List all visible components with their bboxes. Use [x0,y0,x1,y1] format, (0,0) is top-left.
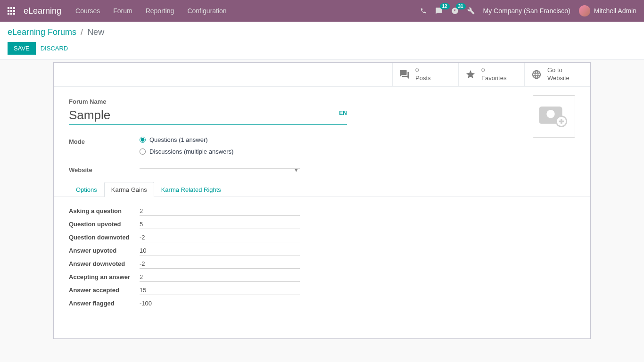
website-select[interactable] [140,165,300,169]
k-input-flagged[interactable] [140,299,300,308]
stat-web-l2: Website [547,74,570,82]
activity-icon[interactable]: 31 [451,7,459,15]
k-label: Answer flagged [69,300,140,307]
phone-icon[interactable] [420,8,427,14]
mode-discussions[interactable]: Discussions (multiple answers) [140,148,233,155]
mode-questions[interactable]: Questions (1 answer) [140,136,233,143]
breadcrumb: eLearning Forums / New [8,27,636,37]
brand[interactable]: eLearning [24,6,61,16]
tab-content-karma-gains: Asking a question Question upvoted Quest… [54,197,590,338]
topbar-right: 12 31 My Company (San Francisco) Mitchel… [420,5,636,16]
comments-icon [399,69,410,80]
content-scroll[interactable]: 0 Posts 0 Favorites Go to We [0,60,644,362]
topbar: eLearning Courses Forum Reporting Config… [0,0,644,22]
menu-forum[interactable]: Forum [113,7,132,15]
k-label: Question downvoted [69,234,140,241]
stat-fav-label: Favorites [481,74,506,82]
k-input-q-downvoted[interactable] [140,233,300,242]
k-input-a-downvoted[interactable] [140,259,300,269]
star-icon [465,69,476,80]
k-label: Answer accepted [69,287,140,294]
tools-icon[interactable] [467,7,475,15]
tab-karma-rights[interactable]: Karma Related Rights [154,182,228,197]
k-label: Asking a question [69,207,140,214]
stat-website[interactable]: Go to Website [524,63,590,86]
forum-name-label: Forum Name [69,98,575,105]
apps-icon[interactable] [8,7,15,15]
breadcrumb-root[interactable]: eLearning Forums [8,27,76,37]
k-label: Accepting an answer [69,273,140,280]
menu-configuration[interactable]: Configuration [187,7,226,15]
statbar: 0 Posts 0 Favorites Go to We [54,63,590,87]
discard-button[interactable]: Discard [41,42,68,54]
mode-label: Mode [69,136,140,145]
chat-badge: 12 [440,3,450,9]
k-input-a-upvoted[interactable] [140,246,300,255]
stat-posts-count: 0 [415,66,431,74]
lang-button[interactable]: EN [339,110,347,116]
k-input-accepting[interactable] [140,272,300,282]
k-input-q-upvoted[interactable] [140,220,300,229]
activity-badge: 31 [456,3,466,9]
form-sheet: 0 Posts 0 Favorites Go to We [53,62,591,339]
company-selector[interactable]: My Company (San Francisco) [483,7,570,15]
breadcrumb-current: New [87,27,104,37]
k-label: Answer downvoted [69,260,140,267]
stat-posts[interactable]: 0 Posts [392,63,458,86]
avatar [579,5,590,16]
menu-courses[interactable]: Courses [75,7,100,15]
stat-posts-label: Posts [415,74,431,82]
k-input-accepted[interactable] [140,286,300,295]
save-button[interactable]: Save [8,42,36,55]
stat-fav-count: 0 [481,66,506,74]
globe-icon [531,69,542,80]
chat-icon[interactable]: 12 [435,7,443,15]
tab-karma-gains[interactable]: Karma Gains [104,182,154,197]
k-label: Question upvoted [69,221,140,228]
stat-favorites[interactable]: 0 Favorites [458,63,524,86]
forum-name-input[interactable] [69,107,347,125]
tabstrip: Options Karma Gains Karma Related Rights [54,182,590,197]
user-menu[interactable]: Mitchell Admin [579,5,636,16]
image-upload[interactable] [533,95,575,138]
user-name: Mitchell Admin [594,7,636,15]
subheader: eLearning Forums / New Save Discard [0,22,644,60]
tab-options[interactable]: Options [69,182,104,197]
k-input-asking[interactable] [140,206,300,216]
menu-reporting[interactable]: Reporting [146,7,174,15]
mode-radio-group: Questions (1 answer) Discussions (multip… [140,136,233,160]
k-label: Answer upvoted [69,247,140,254]
stat-web-l1: Go to [547,66,570,74]
main-menu: Courses Forum Reporting Configuration [75,7,227,15]
website-label: Website [69,165,140,173]
